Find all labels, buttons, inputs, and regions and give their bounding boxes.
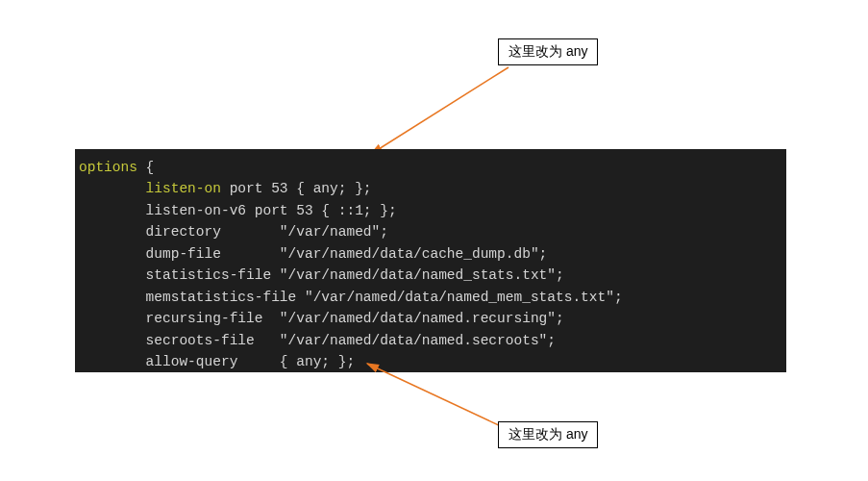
annotation-top: 这里改为 any [498, 38, 598, 65]
svg-line-1 [367, 364, 503, 427]
arrow-top-icon [360, 60, 533, 161]
code-line4: dump-file "/var/named/data/cache_dump.db… [79, 246, 547, 262]
code-listen-kw: listen-on [79, 181, 221, 196]
code-line6: memstatistics-file "/var/named/data/name… [79, 290, 623, 305]
code-line9: allow-query { any; }; [79, 354, 355, 369]
code-brace: { [137, 160, 154, 175]
code-line2: listen-on-v6 port 53 { ::1; }; [79, 203, 397, 218]
code-line8: secroots-file "/var/named/data/named.sec… [79, 333, 556, 348]
code-line1-rest: port 53 { any; }; [221, 181, 372, 196]
code-line3: directory "/var/named"; [79, 224, 388, 240]
svg-line-0 [371, 67, 508, 154]
code-block: options { listen-on port 53 { any; }; li… [75, 149, 786, 372]
code-line5: statistics-file "/var/named/data/named_s… [79, 267, 564, 283]
annotation-bottom: 这里改为 any [498, 421, 598, 448]
code-options-kw: options [79, 160, 137, 175]
code-line7: recursing-file "/var/named/data/named.re… [79, 311, 564, 326]
